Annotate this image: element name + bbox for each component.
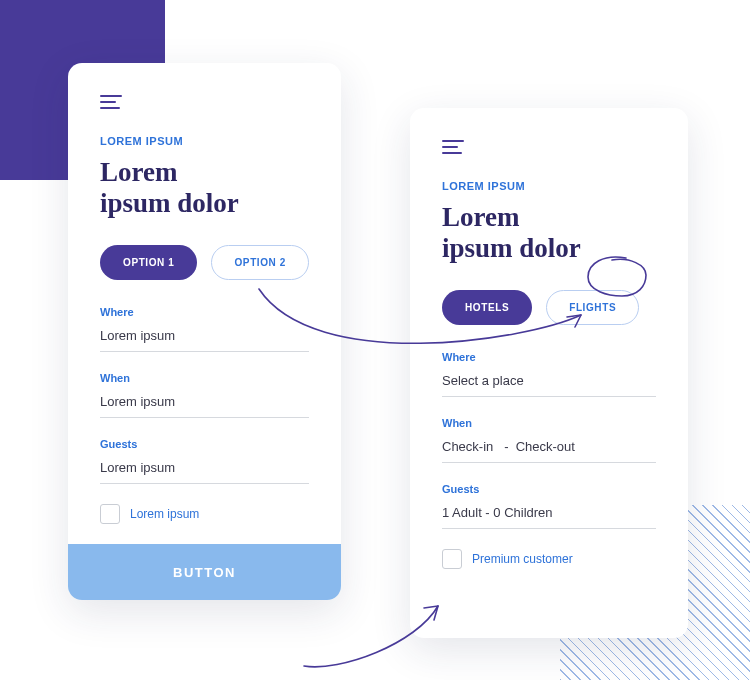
checkbox-row: Lorem ipsum (100, 504, 309, 524)
where-input[interactable] (442, 373, 656, 397)
checkbox-label: Lorem ipsum (130, 507, 199, 521)
guests-input[interactable] (442, 505, 656, 529)
hamburger-icon[interactable] (442, 140, 464, 154)
eyebrow-label: LOREM IPSUM (100, 135, 309, 147)
eyebrow-label: LOREM IPSUM (442, 180, 656, 192)
premium-checkbox[interactable] (442, 549, 462, 569)
where-label: Where (442, 351, 656, 363)
tab-option-2[interactable]: OPTION 2 (211, 245, 308, 280)
when-field-group: When (100, 372, 309, 418)
where-label: Where (100, 306, 309, 318)
guests-field-group: Guests (100, 438, 309, 484)
when-label: When (100, 372, 309, 384)
page-title: Lorem ipsum dolor (100, 157, 309, 219)
example-card: LOREM IPSUM Lorem ipsum dolor HOTELS FLI… (410, 108, 688, 638)
checkbox-label: Premium customer (472, 552, 573, 566)
where-field-group: Where (100, 306, 309, 352)
option-tabs: OPTION 1 OPTION 2 (100, 245, 309, 280)
guests-label: Guests (100, 438, 309, 450)
when-input[interactable] (442, 439, 656, 463)
when-field-group: When (442, 417, 656, 463)
where-input[interactable] (100, 328, 309, 352)
guests-label: Guests (442, 483, 656, 495)
where-field-group: Where (442, 351, 656, 397)
when-input[interactable] (100, 394, 309, 418)
tab-hotels[interactable]: HOTELS (442, 290, 532, 325)
submit-button[interactable]: BUTTON (68, 544, 341, 600)
wireframe-card: LOREM IPSUM Lorem ipsum dolor OPTION 1 O… (68, 63, 341, 600)
guests-field-group: Guests (442, 483, 656, 529)
checkbox-row: Premium customer (442, 549, 656, 569)
option-tabs: HOTELS FLIGHTS (442, 290, 656, 325)
hamburger-icon[interactable] (100, 95, 122, 109)
tab-flights[interactable]: FLIGHTS (546, 290, 639, 325)
guests-input[interactable] (100, 460, 309, 484)
premium-checkbox[interactable] (100, 504, 120, 524)
tab-option-1[interactable]: OPTION 1 (100, 245, 197, 280)
page-title: Lorem ipsum dolor (442, 202, 656, 264)
when-label: When (442, 417, 656, 429)
